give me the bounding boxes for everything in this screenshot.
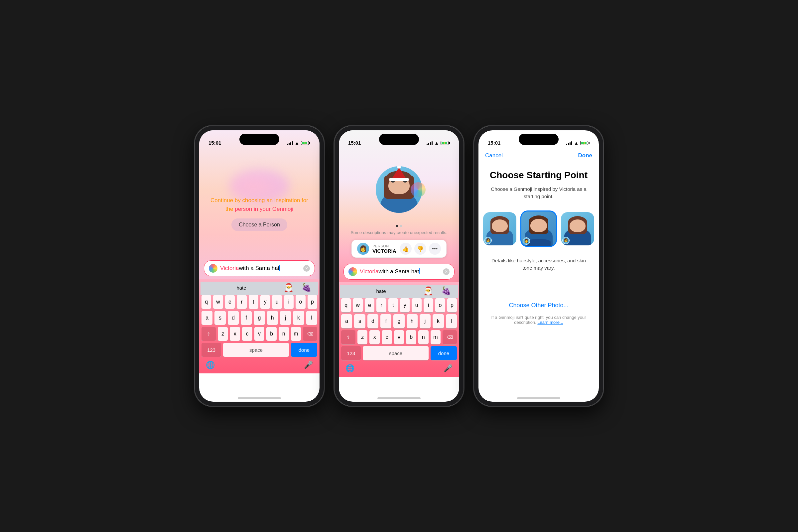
key-k[interactable]: k [293,311,304,325]
key-y[interactable]: y [260,295,270,309]
key-t[interactable]: t [249,295,258,309]
key-shift-2[interactable]: ⇧ [341,330,356,344]
key-p-2[interactable]: p [447,298,457,312]
key-r-2[interactable]: r [376,298,386,312]
key-p[interactable]: p [307,295,317,309]
key-d-2[interactable]: d [367,314,378,328]
cancel-button-3[interactable]: Cancel [485,152,503,159]
key-q[interactable]: q [202,295,211,309]
keyboard-1: hate 🎅 🍇 q w e r t y u i o p [199,279,320,374]
key-space[interactable]: space [223,343,289,357]
key-done-2[interactable]: done [431,346,457,360]
key-delete[interactable]: ⌫ [303,327,317,341]
suggestion-emoji-4[interactable]: 🍇 [437,286,455,296]
key-z-2[interactable]: z [358,330,368,344]
key-shift[interactable]: ⇧ [202,327,216,341]
key-b-2[interactable]: b [406,330,416,344]
key-b[interactable]: b [266,327,277,341]
key-e[interactable]: e [225,295,235,309]
key-q-2[interactable]: q [341,298,351,312]
key-u-2[interactable]: u [412,298,421,312]
key-g[interactable]: g [254,311,265,325]
text-input-2[interactable]: Victoria with a Santa hat ✕ [343,264,455,280]
sp-footer: If a Genmoji isn't quite right, you can … [487,315,591,325]
key-h[interactable]: h [267,311,278,325]
key-s[interactable]: s [214,311,225,325]
key-y-2[interactable]: y [400,298,410,312]
clear-button-1[interactable]: ✕ [303,265,310,272]
avatar-option-1[interactable]: 👩 [483,212,516,245]
avatar-option-3[interactable]: 👩 [561,212,594,245]
key-done[interactable]: done [291,343,317,357]
nav-bar-3: Cancel Done [478,148,599,163]
key-v[interactable]: v [254,327,265,341]
key-w[interactable]: w [213,295,223,309]
text-input-1[interactable]: Victoria with a Santa hat ✕ [204,260,315,276]
keyboard-2: hate 🎅 🍇 q w e r t y u i o p [339,282,459,377]
globe-icon-2[interactable]: 🌐 [345,364,355,373]
mic-icon-2[interactable]: 🎤 [443,364,453,373]
key-n[interactable]: n [279,327,289,341]
key-space-2[interactable]: space [363,346,429,360]
key-num-2[interactable]: 123 [341,346,361,360]
key-h-2[interactable]: h [407,314,418,328]
key-n-2[interactable]: n [418,330,429,344]
key-f-2[interactable]: f [380,314,391,328]
key-row-a-1: a s d f g h j k l [201,311,318,325]
thumbs-up-button-2[interactable]: 👍 [400,243,412,255]
suggestion-word-2[interactable]: hate [343,287,419,295]
feedback-buttons-2: 👍 👎 ••• [400,243,441,255]
more-button-2[interactable]: ••• [429,243,441,255]
key-s-2[interactable]: s [354,314,365,328]
key-i-2[interactable]: i [424,298,433,312]
key-delete-2[interactable]: ⌫ [442,330,457,344]
person-tag-2[interactable]: 👩 PERSON VICTORIA 👍 👎 ••• [352,240,446,258]
suggestion-word-1[interactable]: hate [203,284,280,292]
key-k-2[interactable]: k [433,314,443,328]
key-c[interactable]: c [242,327,252,341]
key-c-2[interactable]: c [382,330,392,344]
thumbs-down-button-2[interactable]: 👎 [414,243,426,255]
key-j[interactable]: j [280,311,291,325]
key-m-2[interactable]: m [431,330,441,344]
key-v-2[interactable]: v [394,330,404,344]
key-e-2[interactable]: e [365,298,374,312]
clear-button-2[interactable]: ✕ [443,268,450,275]
key-r[interactable]: r [237,295,246,309]
key-num[interactable]: 123 [202,343,221,357]
suggestion-emoji-3[interactable]: 🎅 [419,286,437,296]
key-d[interactable]: d [228,311,239,325]
key-l-2[interactable]: l [446,314,457,328]
person-avatar-2: 👩 [357,243,369,255]
done-button-3[interactable]: Done [578,152,592,159]
key-a[interactable]: a [202,311,212,325]
choose-person-button-1[interactable]: Choose a Person [231,218,287,231]
dot-1[interactable] [396,225,398,227]
key-j-2[interactable]: j [420,314,431,328]
key-f[interactable]: f [241,311,252,325]
key-w-2[interactable]: w [353,298,362,312]
suggestion-emoji-1[interactable]: 🎅 [280,283,298,292]
key-g-2[interactable]: g [393,314,404,328]
learn-more-link[interactable]: Learn more... [537,320,563,325]
key-o[interactable]: o [296,295,305,309]
wifi-icon-1: ▲ [294,140,299,146]
choose-other-photo-button[interactable]: Choose Other Photo... [509,302,568,309]
key-m[interactable]: m [291,327,301,341]
key-row-bottom-2: 123 space done [340,346,458,360]
suggestion-emoji-2[interactable]: 🍇 [298,283,316,292]
mic-icon-1[interactable]: 🎤 [304,361,313,369]
suggestions-2: hate 🎅 🍇 [340,285,458,298]
globe-icon-1[interactable]: 🌐 [206,361,215,369]
key-x[interactable]: x [230,327,240,341]
key-z[interactable]: z [218,327,228,341]
key-t-2[interactable]: t [388,298,398,312]
key-u[interactable]: u [272,295,282,309]
key-a-2[interactable]: a [341,314,352,328]
key-x-2[interactable]: x [369,330,380,344]
key-l[interactable]: l [306,311,317,325]
key-o-2[interactable]: o [435,298,445,312]
avatar-option-2[interactable]: 👩 [520,210,557,247]
key-i[interactable]: i [284,295,293,309]
dot-2[interactable] [400,225,402,227]
